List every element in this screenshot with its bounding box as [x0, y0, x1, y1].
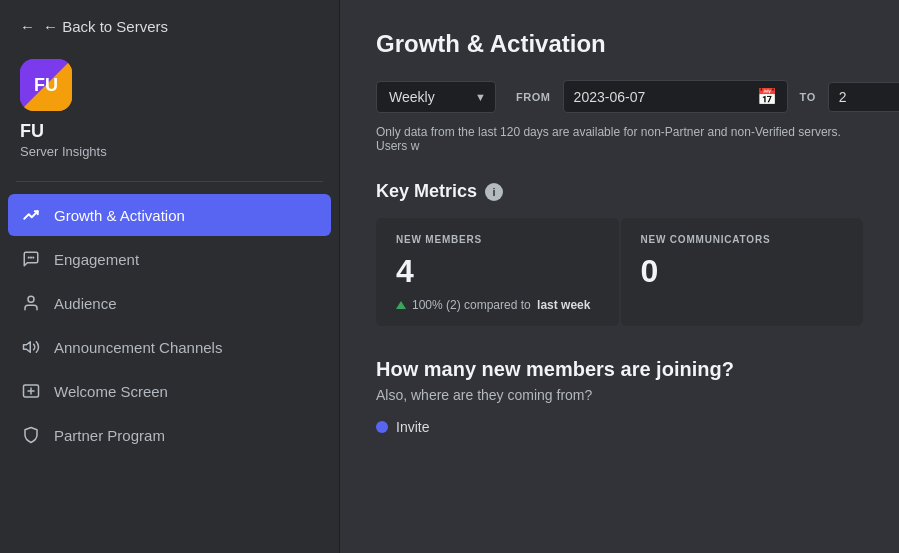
- sidebar-item-growth[interactable]: Growth & Activation: [8, 194, 331, 236]
- announcement-icon: [20, 336, 42, 358]
- invite-legend-dot: [376, 421, 388, 433]
- period-select[interactable]: Weekly Daily Monthly: [376, 81, 496, 113]
- key-metrics-info-icon[interactable]: i: [485, 183, 503, 201]
- invite-legend-label: Invite: [396, 419, 429, 435]
- new-members-label: NEW MEMBERS: [396, 234, 599, 245]
- back-to-servers-button[interactable]: ← ← Back to Servers: [0, 0, 339, 49]
- legend-row: Invite: [376, 419, 863, 435]
- server-info: FU FU Server Insights: [0, 49, 339, 177]
- svg-point-3: [28, 296, 34, 302]
- joining-section-subtitle: Also, where are they coming from?: [376, 387, 863, 403]
- period-select-wrapper: Weekly Daily Monthly ▼: [376, 81, 496, 113]
- from-date-input[interactable]: [574, 89, 749, 105]
- back-to-servers-label: ← Back to Servers: [43, 18, 168, 35]
- server-name: FU: [20, 121, 44, 142]
- filters-row: Weekly Daily Monthly ▼ FROM 📅 TO: [376, 80, 863, 113]
- sidebar-item-engagement-label: Engagement: [54, 251, 139, 268]
- sidebar-divider: [16, 181, 323, 182]
- joining-section-title: How many new members are joining?: [376, 358, 863, 381]
- svg-marker-4: [24, 342, 31, 353]
- new-members-value: 4: [396, 253, 599, 290]
- sidebar-item-partner-label: Partner Program: [54, 427, 165, 444]
- to-label: TO: [800, 91, 816, 103]
- from-label: FROM: [516, 91, 551, 103]
- key-metrics-title: Key Metrics i: [376, 181, 863, 202]
- sidebar-item-announcement-label: Announcement Channels: [54, 339, 222, 356]
- sidebar-item-audience-label: Audience: [54, 295, 117, 312]
- sidebar-item-growth-label: Growth & Activation: [54, 207, 185, 224]
- metrics-row: NEW MEMBERS 4 100% (2) compared to last …: [376, 218, 863, 326]
- sidebar-item-partner[interactable]: Partner Program: [8, 414, 331, 456]
- sidebar-item-audience[interactable]: Audience: [8, 282, 331, 324]
- data-notice: Only data from the last 120 days are ava…: [376, 125, 863, 153]
- server-icon: FU: [20, 59, 72, 111]
- main-content: Growth & Activation Weekly Daily Monthly…: [340, 0, 899, 553]
- sidebar-item-welcome[interactable]: Welcome Screen: [8, 370, 331, 412]
- new-members-change: 100% (2) compared to last week: [396, 298, 599, 312]
- welcome-icon: [20, 380, 42, 402]
- new-communicators-value: 0: [641, 253, 844, 290]
- trend-up-icon: [396, 301, 406, 309]
- to-date-input[interactable]: [839, 89, 899, 105]
- sidebar: ← ← Back to Servers FU FU Server Insight…: [0, 0, 340, 553]
- sidebar-item-welcome-label: Welcome Screen: [54, 383, 168, 400]
- server-subtitle: Server Insights: [20, 144, 107, 159]
- partner-icon: [20, 424, 42, 446]
- calendar-icon: 📅: [757, 87, 777, 106]
- sidebar-nav: Growth & Activation Engagement Audie: [0, 190, 339, 553]
- change-text: 100% (2) compared to last week: [412, 298, 590, 312]
- growth-icon: [20, 204, 42, 226]
- sidebar-item-engagement[interactable]: Engagement: [8, 238, 331, 280]
- back-arrow-icon: ←: [20, 18, 35, 35]
- metric-card-new-communicators: NEW COMMUNICATORS 0: [621, 218, 864, 326]
- new-communicators-label: NEW COMMUNICATORS: [641, 234, 844, 245]
- from-date-wrapper: 📅: [563, 80, 788, 113]
- to-date-wrapper: [828, 82, 899, 112]
- engagement-icon: [20, 248, 42, 270]
- metric-card-new-members: NEW MEMBERS 4 100% (2) compared to last …: [376, 218, 619, 326]
- sidebar-item-announcement[interactable]: Announcement Channels: [8, 326, 331, 368]
- audience-icon: [20, 292, 42, 314]
- page-title: Growth & Activation: [376, 30, 863, 58]
